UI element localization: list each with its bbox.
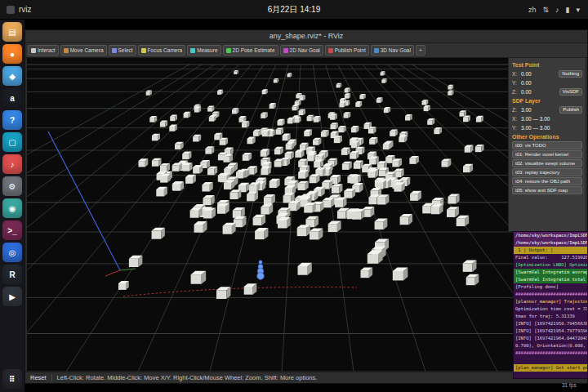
panel-row: X:3.00 — 3.00 — [512, 114, 582, 123]
system-top-bar: rviz 6月22日 14:19 zh⇅♪▮▾ — [0, 0, 588, 20]
2d-pose-estimate-icon — [226, 48, 231, 53]
files-glyph-icon: ▤ — [8, 28, 16, 37]
reset-button[interactable]: Reset — [30, 374, 52, 381]
topbar-left: rviz — [0, 5, 32, 14]
dock-globe-icon[interactable]: ◎ — [2, 243, 22, 262]
tool-label: 2D Pose Estimate — [233, 47, 275, 53]
terminal-line: [Optimization LNBO] Optimization — [514, 261, 587, 269]
dock-software-store-icon[interactable]: ◆ — [2, 66, 22, 86]
statusbar: Reset Left-Click: Rotate. Middle-Click: … — [25, 372, 587, 383]
dock-camera-icon[interactable]: ◉ — [2, 198, 22, 218]
tool-label: Select — [118, 47, 133, 53]
tool-interact[interactable]: Interact — [28, 45, 59, 56]
tool-label: 2D Nav Goal — [290, 47, 320, 53]
settings-glyph-icon: ⚙ — [9, 182, 16, 191]
rviz-glyph-icon: R — [9, 270, 15, 279]
tool-select[interactable]: Select — [109, 45, 136, 56]
help-glyph-icon: ? — [10, 116, 15, 125]
tool-focus-camera[interactable]: Focus Camera — [138, 45, 186, 56]
publish-button[interactable]: Publish — [559, 106, 582, 114]
section-title-sdf_layer: SDF Layer — [512, 98, 582, 104]
panel-row: X:0.00Nothing — [512, 69, 582, 78]
viewport-canvas[interactable] — [27, 58, 586, 372]
window-title: any_shape.rviz* - RViz — [270, 32, 344, 40]
dock-help-icon[interactable]: ? — [2, 110, 22, 130]
terminal-line: [INFO] [1697421964.044720437]: — [514, 335, 587, 342]
clock[interactable]: 6月22日 14:19 — [268, 4, 321, 16]
voxel-cloud — [129, 70, 484, 299]
firefox-glyph-icon: ● — [10, 50, 15, 59]
axis-value: 0.00 — [521, 89, 557, 95]
3d-viewport[interactable] — [27, 58, 586, 372]
dock-libreoffice-icon[interactable]: ▢ — [2, 132, 22, 152]
dock-firefox-icon[interactable]: ● — [2, 44, 22, 64]
axis-label: X: — [512, 116, 519, 122]
interact-icon — [31, 48, 36, 53]
axis-label: Y: — [512, 80, 519, 86]
music-glyph-icon: ♪ — [11, 160, 15, 169]
terminal-line: 1 | Output: | — [514, 247, 587, 254]
tool-move-camera[interactable]: Move Camera — [60, 45, 107, 56]
add-tool-button[interactable]: + — [416, 45, 425, 56]
software-store-glyph-icon: ◆ — [9, 72, 16, 81]
select-icon — [112, 48, 117, 53]
axis-value: 0.00 — [521, 80, 582, 86]
dock-amazon-icon[interactable]: a — [2, 88, 22, 108]
dock-settings-icon[interactable]: ⚙ — [2, 176, 22, 196]
terminal-line: /home/sky/workspace/ImpLSDF/src — [514, 232, 587, 239]
terminal-line: [Profiling done] — [514, 283, 587, 291]
vissdf-button[interactable]: VisSDF — [559, 88, 582, 96]
panel-row: Z:3.00Publish — [512, 105, 582, 114]
battery-icon[interactable]: ▮ — [566, 6, 570, 14]
tool-label: Focus Camera — [148, 47, 183, 53]
control-panel: Test PointX:0.00NothingY:0.00Z:0.00VisSD… — [508, 57, 586, 232]
window-titlebar[interactable]: any_shape.rviz* - RViz — [25, 30, 587, 43]
tool-label: 3D Nav Goal — [381, 47, 411, 53]
terminal-line: ################################ — [514, 291, 587, 298]
libreoffice-glyph-icon: ▢ — [8, 138, 16, 147]
system-tray[interactable]: zh⇅♪▮▾ — [528, 6, 588, 14]
terminal-line: Optimization time cost = 37.8014 — [514, 305, 587, 313]
terminal-window[interactable]: /home/sky/workspace/ImpLSDF/src/home/sky… — [513, 231, 588, 379]
rviz-toolbar: InteractMove CameraSelectFocus CameraMea… — [25, 43, 587, 58]
panel-row: Y:0.00 — [512, 78, 582, 87]
drone-marker — [257, 261, 265, 280]
desktop: rviz 6月22日 14:19 zh⇅♪▮▾ ▤●◆a?▢♪⚙◉>_◎R▶⠿ … — [0, 0, 588, 392]
dock-show-applications-icon[interactable]: ⠿ — [2, 369, 22, 389]
amazon-glyph-icon: a — [10, 94, 15, 103]
operation-button[interactable]: t00: vis TODO — [512, 141, 582, 149]
tool-label: Move Camera — [70, 47, 104, 53]
dock-media-icon[interactable]: ▶ — [2, 287, 22, 306]
operation-button[interactable]: t04: restore the OBJ path — [512, 177, 582, 185]
trajectory-path — [123, 287, 357, 296]
terminal-line: 0.700), Orientation(0.000, 0.00 — [514, 342, 587, 350]
y-axis-line — [120, 269, 136, 270]
network-icon[interactable]: ⇅ — [542, 6, 549, 14]
axis-label: X: — [512, 71, 519, 77]
caret-icon[interactable]: ▾ — [576, 6, 580, 14]
nothing-button[interactable]: Nothing — [559, 70, 582, 78]
dock-files-icon[interactable]: ▤ — [2, 22, 22, 42]
volume-icon[interactable]: ♪ — [555, 6, 559, 14]
tool-2d-nav-goal[interactable]: 2D Nav Goal — [280, 45, 323, 56]
input-indicator[interactable]: zh — [528, 6, 537, 14]
dock-terminal-icon[interactable]: >_ — [2, 220, 22, 240]
tool-3d-nav-goal[interactable]: 3D Nav Goal — [371, 45, 414, 56]
dock-music-icon[interactable]: ♪ — [2, 154, 22, 174]
x-axis-line — [105, 270, 120, 276]
tool-publish-point[interactable]: Publish Point — [325, 45, 369, 56]
focus-camera-icon — [141, 48, 146, 53]
tool-measure[interactable]: Measure — [187, 45, 220, 56]
show-apps-glyph-icon: ⠿ — [9, 375, 16, 384]
operation-button[interactable]: t02: visualize swept volume — [512, 159, 582, 167]
terminal-line: [SwarmVal Integratim average tim — [514, 269, 587, 276]
tool-2d-pose-estimate[interactable]: 2D Pose Estimate — [223, 45, 278, 56]
operation-button[interactable]: t05: show anti SDF map — [512, 186, 582, 194]
operation-button[interactable]: t03: replay trajectory — [512, 168, 582, 176]
topbar-app-name[interactable]: rviz — [19, 5, 32, 14]
panel-row: Y:3.00 — 3.00 — [512, 123, 582, 132]
dock-rviz-icon[interactable]: R — [2, 265, 22, 284]
media-glyph-icon: ▶ — [9, 292, 16, 301]
operation-button[interactable]: t01: Render voxel kernel — [512, 150, 582, 158]
section-title-other_ops: Other Operations — [512, 134, 582, 140]
